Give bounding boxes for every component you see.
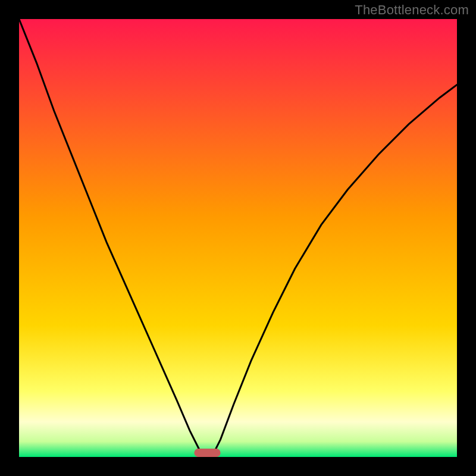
watermark-text: TheBottleneck.com bbox=[355, 2, 469, 18]
plot-area bbox=[19, 19, 457, 457]
chart-frame: TheBottleneck.com bbox=[0, 0, 476, 476]
optimum-marker bbox=[194, 449, 220, 457]
chart-svg bbox=[19, 19, 457, 457]
